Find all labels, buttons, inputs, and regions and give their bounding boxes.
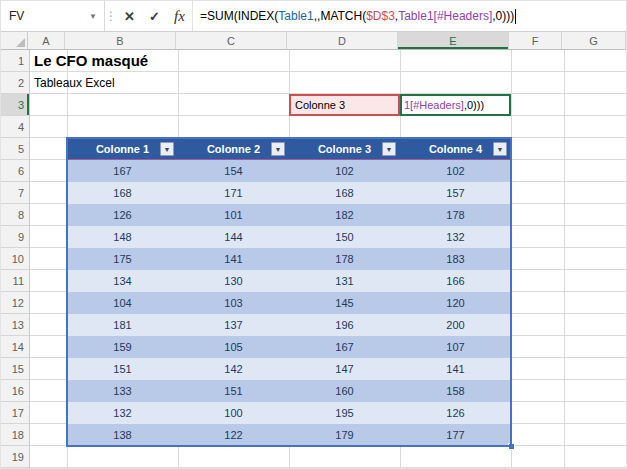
table-cell[interactable]: 183: [400, 248, 511, 270]
formula-bar-divider-icon: ⋮: [105, 1, 117, 31]
table-cell[interactable]: 178: [289, 248, 400, 270]
table-cell[interactable]: 101: [178, 204, 289, 226]
table-cell[interactable]: 157: [400, 182, 511, 204]
cell-a1-title[interactable]: Le CFO masqué: [34, 50, 148, 72]
row-header-18[interactable]: 18: [1, 424, 29, 446]
table-cell[interactable]: 150: [289, 226, 400, 248]
table-cell[interactable]: 141: [400, 358, 511, 380]
table-cell[interactable]: 179: [289, 424, 400, 446]
table-cell[interactable]: 122: [178, 424, 289, 446]
table-cell[interactable]: 126: [400, 402, 511, 424]
table-cell[interactable]: 120: [400, 292, 511, 314]
row-header-3[interactable]: 3: [1, 94, 29, 116]
table-cell[interactable]: 141: [178, 248, 289, 270]
row-header-17[interactable]: 17: [1, 402, 29, 424]
table-cell[interactable]: 181: [67, 314, 178, 336]
table-cell[interactable]: 147: [289, 358, 400, 380]
table-cell[interactable]: 107: [400, 336, 511, 358]
row-header-10[interactable]: 10: [1, 248, 29, 270]
filter-button[interactable]: ▼: [382, 142, 396, 156]
cancel-button[interactable]: ✕: [117, 1, 142, 31]
column-header-g[interactable]: G: [562, 32, 626, 49]
row-header-9[interactable]: 9: [1, 226, 29, 248]
filter-button[interactable]: ▼: [493, 142, 507, 156]
table-cell[interactable]: 102: [289, 160, 400, 182]
table-cell[interactable]: 130: [178, 270, 289, 292]
row-header-2[interactable]: 2: [1, 72, 29, 94]
column-header-e[interactable]: E: [398, 32, 509, 49]
table-cell[interactable]: 195: [289, 402, 400, 424]
filter-button[interactable]: ▼: [160, 142, 174, 156]
table-cell[interactable]: 166: [400, 270, 511, 292]
formula-input[interactable]: =SUM(INDEX(Table1,,MATCH($D$3,Table1[#He…: [192, 1, 626, 31]
formula-bar: FV ▼ ⋮ ✕ ✓ fx =SUM(INDEX(Table1,,MATCH($…: [1, 1, 626, 32]
table-cell[interactable]: 137: [178, 314, 289, 336]
table-cell[interactable]: 182: [289, 204, 400, 226]
table-header-1[interactable]: Colonne 1▼: [67, 138, 178, 160]
table-cell[interactable]: 133: [67, 380, 178, 402]
table-cell[interactable]: 160: [289, 380, 400, 402]
table-header-3[interactable]: Colonne 3▼: [289, 138, 400, 160]
insert-function-button[interactable]: fx: [167, 1, 192, 31]
table-cell[interactable]: 175: [67, 248, 178, 270]
cell-d3-lookup-value[interactable]: Colonne 3: [289, 94, 400, 116]
name-box[interactable]: FV ▼: [1, 1, 105, 31]
table-cell[interactable]: 145: [289, 292, 400, 314]
column-header-d[interactable]: D: [287, 32, 398, 49]
table-cell[interactable]: 167: [289, 336, 400, 358]
row-header-5[interactable]: 5: [1, 138, 29, 160]
table-cell[interactable]: 177: [400, 424, 511, 446]
table-cell[interactable]: 154: [178, 160, 289, 182]
row-header-16[interactable]: 16: [1, 380, 29, 402]
cell-a2-subtitle[interactable]: Tableaux Excel: [34, 72, 115, 94]
table-cell[interactable]: 151: [178, 380, 289, 402]
table-cell[interactable]: 148: [67, 226, 178, 248]
table-cell[interactable]: 103: [178, 292, 289, 314]
column-header-c[interactable]: C: [176, 32, 287, 49]
table-cell[interactable]: 171: [178, 182, 289, 204]
table-cell[interactable]: 178: [400, 204, 511, 226]
cell-e3-active-edit[interactable]: 1[#Headers],0))): [400, 94, 511, 116]
table-cell[interactable]: 104: [67, 292, 178, 314]
table-cell[interactable]: 142: [178, 358, 289, 380]
range-fill-handle[interactable]: [508, 443, 515, 450]
select-all-button[interactable]: [1, 32, 28, 49]
table-cell[interactable]: 100: [178, 402, 289, 424]
row-header-1[interactable]: 1: [1, 50, 29, 72]
table-cell[interactable]: 131: [289, 270, 400, 292]
table-cell[interactable]: 144: [178, 226, 289, 248]
table-header-2[interactable]: Colonne 2▼: [178, 138, 289, 160]
row-header-8[interactable]: 8: [1, 204, 29, 226]
table-cell[interactable]: 158: [400, 380, 511, 402]
table-header-4[interactable]: Colonne 4▼: [400, 138, 511, 160]
row-header-4[interactable]: 4: [1, 116, 29, 138]
enter-button[interactable]: ✓: [142, 1, 167, 31]
table-cell[interactable]: 167: [67, 160, 178, 182]
table-cell[interactable]: 102: [400, 160, 511, 182]
row-header-19[interactable]: 19: [1, 446, 29, 468]
filter-button[interactable]: ▼: [271, 142, 285, 156]
table-cell[interactable]: 138: [67, 424, 178, 446]
table-cell[interactable]: 200: [400, 314, 511, 336]
table-cell[interactable]: 168: [67, 182, 178, 204]
column-header-b[interactable]: B: [65, 32, 176, 49]
table-cell[interactable]: 132: [400, 226, 511, 248]
row-header-12[interactable]: 12: [1, 292, 29, 314]
table-cell[interactable]: 151: [67, 358, 178, 380]
table-cell[interactable]: 126: [67, 204, 178, 226]
row-header-11[interactable]: 11: [1, 270, 29, 292]
name-box-dropdown-icon[interactable]: ▼: [82, 12, 104, 21]
row-header-14[interactable]: 14: [1, 336, 29, 358]
row-header-6[interactable]: 6: [1, 160, 29, 182]
row-header-13[interactable]: 13: [1, 314, 29, 336]
table-cell[interactable]: 132: [67, 402, 178, 424]
table-cell[interactable]: 196: [289, 314, 400, 336]
column-header-a[interactable]: A: [28, 32, 65, 49]
row-header-15[interactable]: 15: [1, 358, 29, 380]
row-header-7[interactable]: 7: [1, 182, 29, 204]
table-cell[interactable]: 134: [67, 270, 178, 292]
table-cell[interactable]: 159: [67, 336, 178, 358]
table-cell[interactable]: 105: [178, 336, 289, 358]
table-cell[interactable]: 168: [289, 182, 400, 204]
column-header-f[interactable]: F: [509, 32, 562, 49]
